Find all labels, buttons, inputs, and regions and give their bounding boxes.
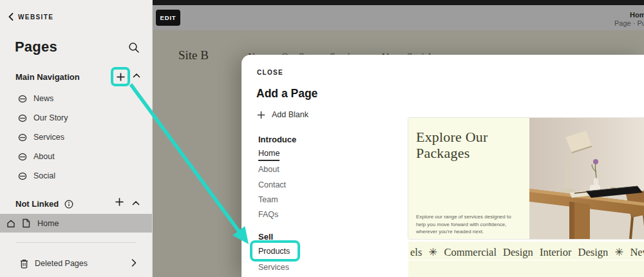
add-page-button[interactable] [111,67,130,86]
sidebar-item-home-selected[interactable]: Home [0,214,152,233]
plus-icon [116,72,126,82]
template-hero-panel: Explore Our Packages Explore our range o… [408,118,529,239]
sidebar-item-social[interactable]: Social [0,166,153,186]
template-item-products-highlight[interactable]: Products [250,240,300,262]
template-item-contact[interactable]: Contact [258,180,286,189]
template-item-home[interactable]: Home [258,149,279,161]
template-item-team[interactable]: Team [258,195,278,204]
sidebar-item-label: News [33,94,53,103]
site-brand: Site B [178,48,209,62]
not-linked-header: Not Linked [15,199,73,209]
edit-button[interactable]: EDIT [156,10,180,26]
home-icon [6,219,15,228]
link-icon [18,172,28,180]
group-header-introduce: Introduce [258,135,296,144]
editor-toolbar: EDIT Home Page · Pub [153,5,644,30]
plus-icon [257,111,265,119]
sidebar-item-label: Home [37,219,59,228]
toolbar-page-status: Page · Pub [614,19,644,27]
plus-icon [115,197,124,207]
close-button[interactable]: CLOSE [257,69,283,76]
back-to-website[interactable]: WEBSITE [8,13,53,21]
link-icon [18,114,28,122]
sidebar-item-label: Our Story [33,113,68,122]
add-not-linked-page-button[interactable] [115,197,126,209]
template-item-faqs[interactable]: FAQs [258,210,278,219]
template-hero-heading: Explore Our Packages [416,129,488,161]
sidebar-item-label: Services [33,133,64,142]
link-icon [18,95,28,103]
add-blank-label: Add Blank [272,110,308,119]
template-preview-card[interactable]: Explore Our Packages Explore our range o… [408,118,644,239]
sidebar-item-label: Social [33,171,55,180]
sidebar-item-about[interactable]: About [0,147,153,166]
sidebar-item-news[interactable]: News [0,89,153,108]
sidebar-item-our-story[interactable]: Our Story [0,108,153,128]
pages-sidebar: WEBSITE Pages Main Navigation News Our S… [0,0,153,277]
preview-top-strip [153,0,644,5]
sidebar-item-services[interactable]: Services [0,128,153,147]
sidebar-item-label: About [33,152,55,161]
template-item-services[interactable]: Services [258,263,289,272]
template-marquee-preview[interactable]: els ✳ Commercial Design Interior Design … [408,242,644,277]
template-item-about[interactable]: About [258,165,279,174]
add-blank-button[interactable]: Add Blank [257,110,308,119]
modal-title: Add a Page [256,87,317,100]
chevron-left-icon [8,13,14,21]
marquee-divider [408,260,644,261]
editor-screen: Site B News Our Story Services About Soc… [0,0,644,277]
not-linked-label: Not Linked [15,199,59,209]
chevron-up-icon [132,200,140,205]
collapse-not-linked-button[interactable] [132,200,140,205]
marquee-text: els ✳ Commercial Design Interior Design … [410,246,644,259]
template-item-products: Products [258,247,290,256]
link-icon [18,133,28,142]
search-icon[interactable] [128,42,141,55]
back-label: WEBSITE [18,14,53,21]
trash-icon [20,259,28,269]
toolbar-page-title: Home [630,11,644,19]
main-navigation-header: Main Navigation [15,72,80,82]
template-hero-body: Explore our range of services designed t… [416,213,519,236]
deleted-pages-label: Deleted Pages [35,259,88,268]
page-title: Pages [15,39,57,55]
info-icon[interactable] [64,200,73,209]
deleted-pages-row[interactable]: Deleted Pages [0,254,153,273]
page-icon [22,218,30,228]
template-photo [529,118,644,239]
main-nav-list: News Our Story Services About Social [0,89,153,186]
collapse-main-nav-button[interactable] [133,73,140,78]
link-icon [18,153,28,161]
sidebar-divider [15,242,137,243]
chevron-up-icon [133,73,140,78]
add-a-page-modal: CLOSE Add a Page Add Blank Introduce Hom… [242,55,644,277]
chevron-right-icon [131,259,137,267]
